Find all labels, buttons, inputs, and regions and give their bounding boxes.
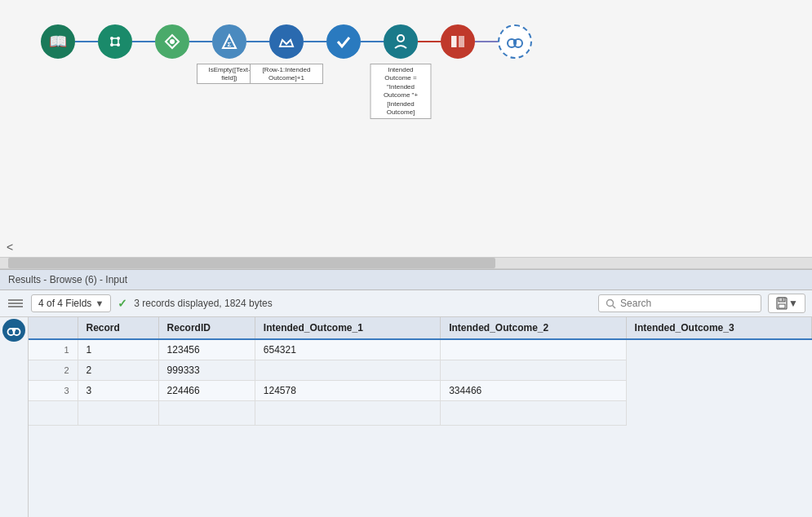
table-row: 1 1 123456 654321 [29,339,812,360]
node-formula2-label: IntendedOutcome ="IntendedOutcome "+[Int… [371,64,432,119]
svg-point-9 [170,39,175,44]
svg-rect-30 [12,328,16,331]
row2-col2 [255,360,440,381]
row1-col3 [441,339,626,360]
col-header-recordid: RecordID [158,317,255,339]
connector-8 [475,41,498,42]
results-toolbar: 4 of 4 Fields ▼ ✓ 3 records displayed, 1… [0,290,812,317]
save-button[interactable]: ▼ [768,294,805,313]
node-field-parser[interactable] [98,24,132,59]
workflow-canvas: 📖 [0,0,812,269]
drag-handle[interactable] [7,298,24,309]
svg-rect-26 [779,304,785,308]
save-icon [775,297,788,310]
row2-col1: 999333 [158,360,255,381]
records-info: 3 records displayed, 1824 bytes [134,298,272,309]
table-row: 3 3 224466 124578 334466 [29,381,812,401]
connector-5 [304,41,326,42]
browse-col [0,317,29,517]
row1-col2: 654321 [255,339,440,360]
data-table: Record RecordID Intended_Outcome_1 Inten… [29,317,812,517]
svg-marker-12 [280,40,293,46]
search-icon [606,298,616,309]
row2-col3 [441,360,626,381]
col-header-record: Record [78,317,158,339]
node-multirow-label: [Row-1:IntendedOutcome]+1 [250,64,323,84]
fields-button[interactable]: 4 of 4 Fields ▼ [31,294,111,312]
search-box[interactable] [598,294,761,312]
row1-col1: 123456 [158,339,255,360]
node-filter[interactable] [155,24,189,59]
browse-col-icon [2,319,25,342]
row2-record: 2 [78,360,158,381]
fields-label: 4 of 4 Fields [38,298,91,309]
workflow-container: 📖 [41,24,532,59]
table-container: Record RecordID Intended_Outcome_1 Inten… [0,317,812,517]
col-header-num [29,317,78,339]
check-icon: ✓ [118,297,127,310]
node-filter2[interactable] [326,24,361,59]
scrollbar-thumb[interactable] [8,258,495,268]
results-title: Results - Browse (6) - Input [0,270,812,290]
connector-2 [132,41,155,42]
node-formula1[interactable]: Σ [212,24,246,59]
connector-7 [418,41,441,42]
connector-1 [75,41,98,42]
svg-rect-25 [779,298,785,302]
connector-3 [189,41,212,42]
results-panel: Results - Browse (6) - Input 4 of 4 Fiel… [0,269,812,517]
svg-line-23 [613,305,616,308]
col-header-outcome1: Intended_Outcome_1 [255,317,440,339]
table-row-empty [29,401,812,426]
row1-num: 1 [29,339,78,360]
table-row: 2 2 999333 [29,360,812,381]
row1-record: 1 [78,339,158,360]
node-browse[interactable] [498,24,532,59]
col-header-outcome2: Intended_Outcome_2 [441,317,626,339]
svg-point-14 [397,35,404,42]
row2-num: 2 [29,360,78,381]
row3-col3: 334466 [441,381,626,401]
svg-point-22 [607,299,614,306]
node-multirow[interactable] [269,24,304,59]
scroll-left-indicator: < [7,241,13,254]
binoculars-icon [7,323,21,338]
node-output[interactable] [441,24,475,59]
results-table: Record RecordID Intended_Outcome_1 Inten… [29,317,812,426]
row3-num: 3 [29,381,78,401]
row3-col1: 224466 [158,381,255,401]
save-dropdown-arrow: ▼ [788,298,798,309]
table-header-row: Record RecordID Intended_Outcome_1 Inten… [29,317,812,339]
connector-6 [361,41,384,42]
svg-rect-16 [459,36,464,47]
canvas-scrollbar[interactable] [0,257,812,268]
svg-text:Σ: Σ [228,41,232,48]
connector-4 [246,41,269,42]
search-input[interactable] [620,298,743,309]
row3-record: 3 [78,381,158,401]
node-formula2[interactable] [384,24,418,59]
svg-rect-13 [280,46,293,47]
row3-col2: 124578 [255,381,440,401]
svg-rect-15 [451,36,457,47]
col-header-outcome3: Intended_Outcome_3 [626,317,811,339]
node-input[interactable]: 📖 [41,24,75,59]
dropdown-arrow-icon: ▼ [95,298,104,308]
